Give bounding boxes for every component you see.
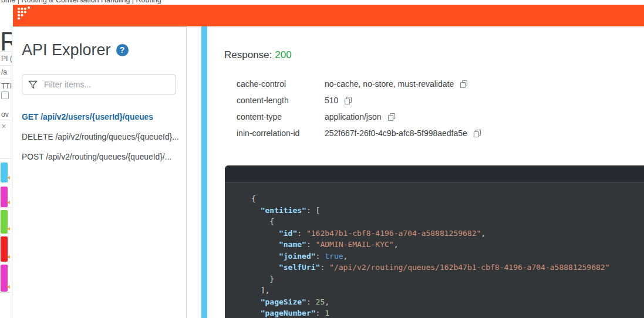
breadcrumb[interactable]: ome | Routing & Conversation Handling | … [1, 0, 161, 4]
response-header-row: inin-correlation-id252f667f-26f0-4c9b-af… [237, 125, 481, 141]
copy-icon[interactable] [387, 113, 396, 121]
header-name: content-type [237, 112, 325, 121]
endpoint-list: GET /api/v2/users/{userId}/queuesDELETE … [22, 102, 184, 162]
header-value: 510 [325, 96, 338, 105]
filter-box [22, 75, 176, 94]
response-body-block: { "entities": [ { "id": "162b47b1-cbf8-4… [225, 165, 644, 318]
header-value: 252f667f-26f0-4c9b-afc8-5f998aedfa5e [325, 128, 467, 138]
funnel-icon [28, 80, 38, 89]
header-name: content-length [237, 96, 325, 105]
filter-input[interactable] [43, 79, 170, 90]
method-chip-fragment[interactable] [1, 236, 8, 262]
chip-marker-icon [7, 176, 10, 180]
divider-line [0, 184, 11, 184]
text-fragment: PI ( [1, 55, 12, 63]
code-line: ], [251, 285, 644, 296]
panel-divider-bar [201, 26, 207, 318]
divider-line [0, 79, 11, 79]
screen: ome | Routing & Conversation Handling | … [0, 0, 644, 318]
endpoint-label: POST /api/v2/routing/queues/{queueId}/..… [22, 153, 171, 161]
header-name: inin-correlation-id [237, 128, 325, 138]
response-header-row: cache-controlno-cache, no-store, must-re… [237, 76, 481, 92]
code-line: { [251, 216, 644, 228]
close-icon-fragment[interactable]: × [1, 121, 6, 131]
divider-line [0, 120, 11, 120]
chip-marker-icon [7, 227, 10, 231]
divider-line [0, 158, 11, 159]
status-code: 200 [275, 49, 291, 60]
top-nav-bar [13, 5, 644, 26]
code-line: "joined": true, [251, 251, 644, 262]
text-fragment: /a [1, 68, 7, 76]
method-chip-fragment[interactable] [1, 265, 8, 292]
code-line: } [251, 273, 644, 285]
endpoint-item[interactable]: GET /api/v2/users/{userId}/queues [22, 113, 184, 122]
copy-icon[interactable] [460, 80, 468, 88]
api-explorer-panel: API Explorer? GET /api/v2/users/{userId}… [12, 26, 187, 318]
code-line: "name": "ADMIN-EMAIL-KYC", [251, 239, 644, 251]
divider-line [0, 292, 11, 293]
divider-line [0, 234, 11, 234]
code-block-body: { "entities": [ { "id": "162b47b1-cbf8-4… [225, 182, 644, 318]
copy-icon[interactable] [344, 96, 352, 104]
code-line: "selfUri": "/api/v2/routing/queues/162b4… [251, 262, 644, 273]
code-line: "pageNumber": 1 [251, 307, 644, 318]
chip-marker-icon [7, 285, 10, 289]
page-title: API Explorer? [22, 41, 129, 59]
response-header-row: content-typeapplication/json [237, 109, 481, 125]
code-line: "id": "162b47b1-cbf8-4196-a704-a58881259… [251, 228, 644, 239]
help-icon[interactable]: ? [116, 44, 129, 56]
header-name: cache-control [237, 79, 325, 89]
endpoint-item[interactable]: DELETE /api/v2/routing/queues/{queueId}.… [22, 133, 184, 142]
endpoint-label: DELETE /api/v2/routing/queues/{queueId}.… [22, 133, 179, 141]
divider-line [0, 51, 11, 52]
code-line: { [251, 193, 644, 205]
code-line: "entities": [ [251, 205, 644, 216]
method-chip-fragment[interactable] [1, 163, 8, 182]
checkbox-fragment[interactable] [1, 92, 9, 99]
genesys-dots-logo-icon [17, 6, 31, 23]
divider-line [0, 262, 11, 262]
method-chip-fragment[interactable] [1, 210, 8, 234]
endpoint-label: GET /api/v2/users/{userId}/queues [22, 113, 153, 121]
response-headers-table: cache-controlno-cache, no-store, must-re… [237, 76, 481, 141]
divider-line [0, 65, 11, 66]
response-json-code: { "entities": [ { "id": "162b47b1-cbf8-4… [225, 182, 644, 318]
code-block-header [225, 165, 644, 182]
chip-marker-icon [7, 255, 10, 259]
response-label: Response: [224, 49, 272, 60]
text-fragment: ov [1, 110, 9, 119]
code-line: "pageSize": 25, [251, 296, 644, 308]
header-value: no-cache, no-store, must-revalidate [325, 79, 454, 89]
copy-icon[interactable] [473, 129, 481, 137]
page-title-text: API Explorer [22, 41, 111, 59]
response-title: Response:200 [224, 49, 292, 61]
method-chip-fragment[interactable] [1, 187, 8, 207]
text-fragment: TTI [1, 82, 12, 90]
endpoint-item[interactable]: POST /api/v2/routing/queues/{queueId}/..… [22, 153, 184, 162]
chip-marker-icon [7, 201, 10, 204]
response-header-row: content-length510 [237, 92, 481, 109]
divider-line [0, 207, 11, 208]
header-value: application/json [325, 112, 382, 121]
